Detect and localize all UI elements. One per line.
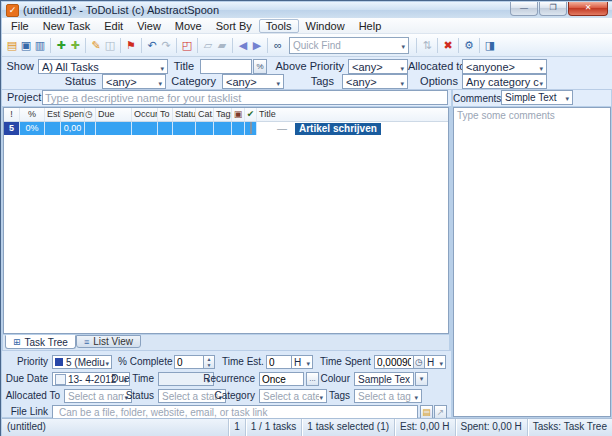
tags-select[interactable]: Select a tag bbox=[354, 389, 422, 403]
icon-column-icon[interactable]: ▣ bbox=[232, 108, 245, 121]
menu-sort-by[interactable]: Sort By bbox=[209, 19, 259, 33]
time-spent-unit-select[interactable]: H bbox=[424, 355, 446, 369]
task-tree-icon: ⊞ bbox=[13, 337, 21, 347]
prev-selection-icon[interactable]: ◀ bbox=[236, 36, 250, 54]
toolbar-separator bbox=[458, 38, 459, 53]
maximize-button[interactable] bbox=[539, 2, 567, 16]
time-spent-input[interactable] bbox=[374, 355, 414, 369]
app-icon bbox=[6, 4, 19, 17]
recurrence-input[interactable] bbox=[259, 372, 304, 386]
menu-help[interactable]: Help bbox=[352, 19, 389, 33]
menu-edit[interactable]: Edit bbox=[97, 19, 130, 33]
chevron-down-icon bbox=[276, 76, 280, 88]
category-filter-label: Category bbox=[170, 74, 216, 89]
title-filter-options-button[interactable] bbox=[253, 59, 267, 74]
above-priority-filter-select[interactable]: <any> bbox=[348, 59, 408, 74]
file-link-input[interactable] bbox=[52, 405, 418, 419]
clock-column-icon[interactable]: ◷ bbox=[85, 108, 96, 121]
column-to[interactable]: To bbox=[158, 108, 173, 121]
comments-format-select[interactable]: Simple Text bbox=[501, 90, 573, 105]
column-title[interactable]: Title bbox=[257, 108, 448, 121]
allocated-to-filter-select[interactable]: <anyone> bbox=[462, 59, 547, 74]
column-est[interactable]: Est. bbox=[45, 108, 61, 121]
next-selection-icon[interactable]: ▶ bbox=[250, 36, 264, 54]
new-tasklist-icon[interactable]: ▤ bbox=[5, 36, 19, 54]
menu-file[interactable]: File bbox=[4, 19, 36, 33]
tags-filter-label: Tags bbox=[300, 74, 334, 89]
spellcheck-icon[interactable]: ⚑ bbox=[124, 36, 138, 54]
copy-task-icon[interactable]: ▱ bbox=[201, 36, 215, 54]
toolbar-separator bbox=[197, 38, 198, 53]
tab-task-tree[interactable]: ⊞ Task Tree bbox=[5, 335, 76, 349]
new-subtask-icon[interactable]: ✚ bbox=[68, 36, 82, 54]
edit-task-icon[interactable]: ✎ bbox=[89, 36, 103, 54]
allocated-to-label: Allocated To bbox=[4, 389, 60, 403]
find-tasks-icon[interactable]: ∞ bbox=[271, 36, 285, 54]
time-est-input[interactable] bbox=[266, 355, 292, 369]
task-tags-cell bbox=[214, 122, 232, 135]
file-link-label: File Link bbox=[4, 405, 48, 419]
maximize-tasklist-icon[interactable]: ◰ bbox=[180, 36, 194, 54]
preferences-icon[interactable]: ⚙ bbox=[462, 36, 476, 54]
new-task-icon[interactable]: ✚ bbox=[54, 36, 68, 54]
chevron-down-icon bbox=[420, 374, 424, 383]
title-filter-input[interactable] bbox=[200, 59, 252, 74]
task-title[interactable]: Artikel schrijven bbox=[295, 123, 381, 135]
column-occurs[interactable]: Occurs bbox=[132, 108, 158, 121]
due-date-checkbox[interactable] bbox=[55, 374, 66, 385]
status-filter-select[interactable]: <any> bbox=[102, 74, 166, 89]
save-icon[interactable]: ▣ bbox=[19, 36, 33, 54]
undo-icon[interactable]: ↶ bbox=[145, 36, 159, 54]
statusbar-segment: Tasks: Task Tree bbox=[528, 419, 612, 436]
percent-complete-input[interactable] bbox=[174, 355, 204, 369]
caption-buttons bbox=[509, 2, 608, 18]
close-button[interactable] bbox=[568, 2, 608, 16]
percent-complete-spinner[interactable]: ▲▼ bbox=[203, 355, 215, 369]
colour-dropdown-button[interactable] bbox=[415, 372, 428, 386]
time-est-unit-select[interactable]: H bbox=[291, 355, 313, 369]
task-list-header: ! % Est. Spent ◷ Due Occurs To Status Ca… bbox=[4, 108, 448, 122]
check-column-icon[interactable]: ✔ bbox=[245, 108, 257, 121]
redo-icon[interactable]: ↷ bbox=[159, 36, 173, 54]
category-select[interactable]: Select a category bbox=[259, 389, 327, 403]
minimize-button[interactable] bbox=[510, 2, 538, 16]
task-row[interactable]: 5 0% 0,00 H — Artikel schrijven bbox=[4, 122, 448, 135]
column-cat[interactable]: Cat. bbox=[196, 108, 214, 121]
reminder-icon[interactable]: ◫ bbox=[103, 36, 117, 54]
paste-task-icon[interactable]: ▰ bbox=[215, 36, 229, 54]
menu-window[interactable]: Window bbox=[299, 19, 352, 33]
priority-select[interactable]: 5 (Medium) bbox=[52, 355, 112, 369]
column-percent[interactable]: % bbox=[20, 108, 45, 121]
column-status[interactable]: Status bbox=[173, 108, 196, 121]
tab-list-view[interactable]: ≡ List View bbox=[76, 335, 141, 348]
tags-filter-select[interactable]: <any> bbox=[342, 74, 408, 89]
task-check-cell[interactable] bbox=[245, 122, 257, 135]
column-due[interactable]: Due bbox=[96, 108, 132, 121]
menu-tools[interactable]: Tools bbox=[259, 19, 299, 33]
project-input[interactable] bbox=[42, 90, 448, 105]
category-filter-select[interactable]: <any> bbox=[222, 74, 284, 89]
show-filter-select[interactable]: A) All Tasks bbox=[38, 59, 168, 74]
comments-textarea[interactable] bbox=[453, 107, 611, 417]
toggle-comments-icon[interactable]: ◨ bbox=[483, 36, 497, 54]
menu-move[interactable]: Move bbox=[168, 19, 209, 33]
browse-file-button[interactable] bbox=[420, 405, 433, 419]
options-filter-select[interactable]: Any category c... bbox=[462, 74, 547, 89]
attribute-panel: Priority 5 (Medium) % Complete ▲▼ Time E… bbox=[2, 350, 451, 417]
task-checkbox[interactable] bbox=[250, 122, 252, 134]
menu-bar: File New Task Edit View Move Sort By Too… bbox=[2, 18, 612, 34]
column-spent[interactable]: Spent bbox=[61, 108, 85, 121]
sort-icon[interactable]: ⇅ bbox=[420, 36, 434, 54]
colour-select[interactable]: Sample Text bbox=[354, 372, 414, 386]
menu-view[interactable]: View bbox=[130, 19, 168, 33]
menu-new-task[interactable]: New Task bbox=[36, 19, 97, 33]
save-all-icon[interactable]: ▥ bbox=[33, 36, 47, 54]
open-link-button[interactable] bbox=[434, 405, 447, 419]
task-list[interactable]: ! % Est. Spent ◷ Due Occurs To Status Ca… bbox=[3, 107, 449, 334]
column-tags[interactable]: Tags bbox=[214, 108, 232, 121]
delete-task-icon[interactable]: ✖ bbox=[441, 36, 455, 54]
task-title-cell[interactable]: — Artikel schrijven bbox=[257, 122, 448, 135]
column-priority[interactable]: ! bbox=[4, 108, 20, 121]
chevron-down-icon[interactable] bbox=[401, 39, 405, 51]
quick-find-combo[interactable]: Quick Find bbox=[289, 37, 409, 54]
